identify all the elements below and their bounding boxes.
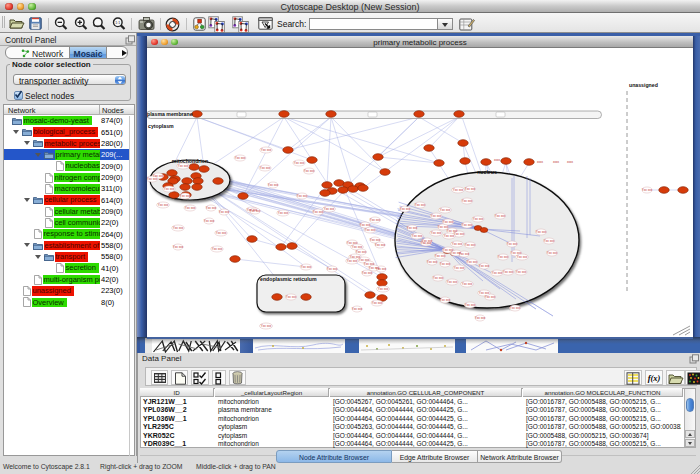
svg-text:Yxx xxx: Yxx xxx	[479, 291, 490, 295]
svg-text:Yxx xxx: Yxx xxx	[544, 239, 555, 243]
svg-text:Yxx xxx: Yxx xxx	[173, 245, 184, 249]
svg-text:xxxx: xxxx	[494, 158, 501, 162]
svg-text:Yxx xxx: Yxx xxx	[422, 239, 433, 243]
svg-text:Yxx xxx: Yxx xxx	[204, 219, 215, 223]
svg-text:Yxx xxx: Yxx xxx	[173, 226, 184, 230]
svg-text:Yxx xxx: Yxx xxx	[462, 199, 473, 203]
svg-text:Yxx xxx: Yxx xxx	[375, 243, 386, 247]
svg-text:Yxx xxx: Yxx xxx	[516, 270, 527, 274]
svg-text:plasma membrane: plasma membrane	[147, 111, 193, 117]
svg-text:Yxx xxx: Yxx xxx	[444, 234, 455, 238]
svg-text:Yxx xxx: Yxx xxx	[462, 282, 473, 286]
svg-text:Yxx xxx: Yxx xxx	[479, 264, 490, 268]
svg-text:Yxx xxx: Yxx xxx	[347, 259, 358, 263]
svg-text:Yxx xxx: Yxx xxx	[495, 214, 506, 218]
svg-text:Yxx xxx: Yxx xxx	[268, 183, 279, 187]
svg-text:Yxx xxx: Yxx xxx	[440, 208, 451, 212]
svg-text:Yxx xxx: Yxx xxx	[412, 234, 423, 238]
svg-text:Yxx xxx: Yxx xxx	[235, 156, 246, 160]
svg-text:Yxx xxx: Yxx xxx	[278, 211, 289, 215]
svg-text:Yxx xxx: Yxx xxx	[492, 271, 503, 275]
svg-text:Yxx xxx: Yxx xxx	[212, 247, 223, 251]
svg-text:Yxx xxx: Yxx xxx	[415, 203, 426, 207]
svg-text:Yxx xxx: Yxx xxx	[180, 194, 191, 198]
svg-text:Yxx xxx: Yxx xxx	[147, 177, 158, 181]
svg-text:Yxx xxx: Yxx xxx	[304, 169, 315, 173]
svg-text:Yxx xxx: Yxx xxx	[440, 298, 451, 302]
svg-text:1:1: 1:1	[115, 21, 120, 25]
svg-text:Yxx xxx: Yxx xxx	[378, 287, 389, 291]
svg-text:Yxx xxx: Yxx xxx	[454, 266, 465, 270]
svg-text:Yxx xxx: Yxx xxx	[365, 228, 376, 232]
svg-text:Yxx xxx: Yxx xxx	[642, 188, 653, 192]
svg-text:Yxx xxx: Yxx xxx	[427, 260, 438, 264]
svg-text:Yxx xxx: Yxx xxx	[185, 206, 196, 210]
svg-text:Yxx xxx: Yxx xxx	[372, 301, 383, 305]
svg-text:Yxx xxx: Yxx xxx	[219, 210, 230, 214]
svg-text:Yxx xxx: Yxx xxx	[294, 161, 305, 165]
svg-text:xxxx: xxxx	[553, 160, 560, 164]
svg-text:Yxx xxx: Yxx xxx	[440, 262, 451, 266]
svg-text:Yxx xxx: Yxx xxx	[370, 218, 381, 222]
svg-text:Yxx xxx: Yxx xxx	[250, 209, 261, 213]
svg-text:Yxx xxx: Yxx xxx	[431, 214, 442, 218]
svg-text:Yxx xxx: Yxx xxx	[178, 164, 189, 168]
svg-text:Yxx xxx: Yxx xxx	[473, 217, 484, 221]
svg-text:Yxx xxx: Yxx xxx	[164, 187, 175, 191]
svg-text:Yxx xxx: Yxx xxx	[459, 252, 470, 256]
svg-text:unassigned: unassigned	[629, 82, 658, 88]
svg-text:Yxx xxx: Yxx xxx	[517, 255, 528, 259]
svg-text:Yxx xxx: Yxx xxx	[475, 316, 486, 320]
svg-text:cytoplasm: cytoplasm	[148, 123, 174, 129]
svg-text:Yxx xxx: Yxx xxx	[433, 276, 444, 280]
svg-text:Yxx xxx: Yxx xxx	[462, 223, 473, 227]
svg-text:Yxx xxx: Yxx xxx	[547, 251, 558, 255]
svg-text:Yxx xxx: Yxx xxx	[431, 231, 442, 235]
svg-text:Yxx xxx: Yxx xxx	[356, 250, 367, 254]
svg-text:Yxx xxx: Yxx xxx	[297, 194, 308, 198]
svg-text:Yxx xxx: Yxx xxx	[465, 243, 476, 247]
svg-text:Yxx xxx: Yxx xxx	[369, 266, 380, 270]
svg-text:Yxx xxx: Yxx xxx	[447, 280, 458, 284]
svg-text:Yxx xxx: Yxx xxx	[206, 206, 217, 210]
svg-text:Yxx xxx: Yxx xxx	[510, 306, 521, 310]
svg-text:Yxx xxx: Yxx xxx	[467, 260, 478, 264]
svg-text:Yxx xxx: Yxx xxx	[260, 166, 271, 170]
svg-text:Yxx xxx: Yxx xxx	[216, 231, 227, 235]
svg-text:Yxx xxx: Yxx xxx	[465, 187, 476, 191]
svg-text:xxxx: xxxx	[537, 160, 544, 164]
svg-text:Yxx xxx: Yxx xxx	[503, 270, 514, 274]
svg-text:Yxx xxx: Yxx xxx	[313, 210, 324, 214]
svg-text:Yxx xxx: Yxx xxx	[352, 307, 363, 311]
svg-text:Yxx xxx: Yxx xxx	[454, 232, 465, 236]
svg-text:Yxx xxx: Yxx xxx	[465, 303, 476, 307]
svg-text:Yxx xxx: Yxx xxx	[400, 207, 411, 211]
svg-text:xxxx: xxxx	[567, 160, 574, 164]
svg-text:Yxx xxx: Yxx xxx	[498, 255, 509, 259]
svg-text:Yxx xxx: Yxx xxx	[261, 324, 272, 328]
svg-text:nucleus: nucleus	[477, 169, 497, 175]
svg-text:Yxx xxx: Yxx xxx	[301, 265, 312, 269]
svg-text:Yxx xxx: Yxx xxx	[453, 188, 464, 192]
svg-text:Yxx xxx: Yxx xxx	[407, 226, 418, 230]
svg-text:Yxx xxx: Yxx xxx	[443, 220, 454, 224]
svg-text:Yxx xxx: Yxx xxx	[286, 295, 297, 299]
svg-text:Yxx xxx: Yxx xxx	[360, 223, 371, 227]
svg-text:Yxx xxx: Yxx xxx	[352, 245, 363, 249]
svg-text:mitochondrion: mitochondrion	[172, 158, 208, 164]
svg-text:Yxx xxx: Yxx xxx	[452, 242, 463, 246]
svg-text:Yxx xxx: Yxx xxx	[370, 238, 381, 242]
svg-text:Yxx xxx: Yxx xxx	[507, 242, 518, 246]
svg-text:endoplasmic reticulum: endoplasmic reticulum	[260, 276, 317, 282]
svg-text:Yxx xxx: Yxx xxx	[324, 207, 335, 211]
svg-text:Yxx xxx: Yxx xxx	[435, 254, 446, 258]
svg-text:Yxx xxx: Yxx xxx	[261, 148, 272, 152]
svg-text:Yxx xxx: Yxx xxx	[362, 271, 373, 275]
svg-text:Yxx xxx: Yxx xxx	[485, 295, 496, 299]
svg-text:Yxx xxx: Yxx xxx	[327, 267, 338, 271]
svg-text:Yxx xxx: Yxx xxx	[158, 203, 169, 207]
svg-text:Yxx xxx: Yxx xxx	[536, 230, 547, 234]
